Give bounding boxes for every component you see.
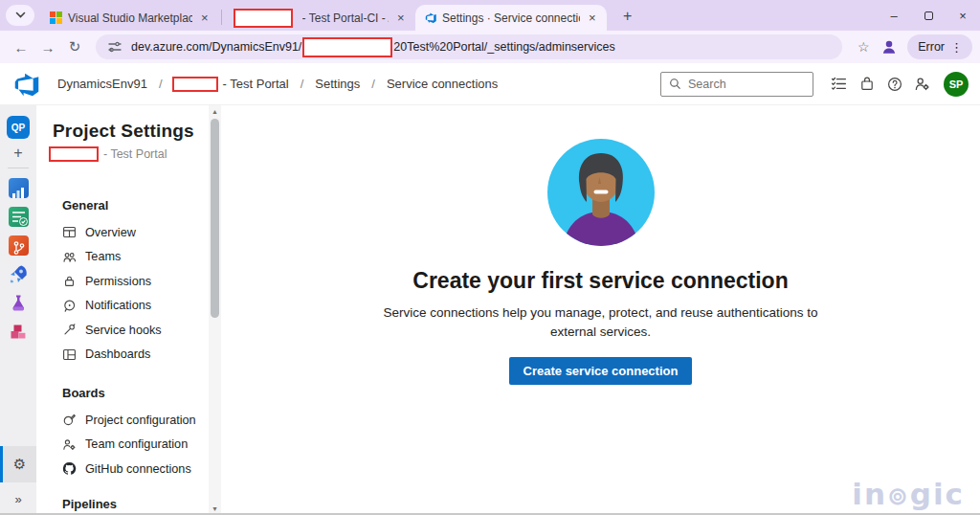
tab-title: Visual Studio Marketplace: [68, 11, 192, 25]
back-button[interactable]: ←: [8, 39, 34, 56]
sidebar-item-teams[interactable]: Teams: [36, 245, 209, 270]
rail-item-artifacts[interactable]: [0, 317, 36, 346]
sidebar-item-team-configuration[interactable]: Team configuration: [36, 433, 209, 458]
inogic-watermark: in⊚gic: [852, 477, 965, 511]
tab-title: Settings · Service connections ((: [442, 11, 580, 25]
url-suffix: 20Test%20Portal/_settings/adminservices: [393, 40, 614, 54]
section-pipelines: Pipelines: [62, 497, 209, 511]
create-service-connection-button[interactable]: Create service connection: [509, 357, 693, 385]
close-tab-icon[interactable]: ×: [198, 11, 212, 25]
browser-profile-icon[interactable]: [877, 38, 902, 56]
user-avatar[interactable]: SP: [944, 72, 969, 97]
search-input[interactable]: [688, 78, 793, 91]
redaction-box: [172, 77, 218, 92]
overview-icon: [62, 225, 77, 239]
github-icon: [62, 461, 77, 476]
azure-devops-icon: [425, 11, 437, 25]
help-icon[interactable]: [880, 77, 908, 92]
rail-item-repos[interactable]: [0, 231, 36, 259]
rail-item-overview[interactable]: [0, 173, 36, 202]
reload-button[interactable]: ↻: [61, 38, 88, 56]
tab-marketplace[interactable]: Visual Studio Marketplace ×: [40, 5, 219, 31]
sidebar-item-project-configuration[interactable]: Project configuration: [36, 408, 209, 433]
gear-icon: ⚙: [13, 456, 26, 473]
dashboards-icon: [62, 347, 77, 362]
scrollbar-thumb[interactable]: [211, 119, 219, 318]
double-chevron-icon: »: [14, 492, 21, 506]
breadcrumb-service-connections[interactable]: Service connections: [385, 77, 500, 91]
browser-toolbar: ← → ↻ dev.azure.com/DynamicsEnv91/ 20Tes…: [0, 31, 980, 63]
sidebar-item-service-hooks[interactable]: Service hooks: [36, 318, 209, 343]
minimize-button[interactable]: –: [877, 9, 911, 23]
sidebar-item-permissions[interactable]: Permissions: [36, 269, 209, 294]
tab-search-button[interactable]: [6, 5, 34, 26]
window-controls: – ×: [877, 0, 980, 31]
maximize-button[interactable]: [911, 11, 946, 20]
artifacts-boxes-icon: [10, 323, 27, 340]
rail-item-boards[interactable]: [0, 202, 36, 231]
sidebar-item-dashboards[interactable]: Dashboards: [36, 343, 209, 368]
tab-service-connections[interactable]: Settings · Service connections (( ×: [415, 5, 607, 31]
new-tab-button[interactable]: +: [616, 8, 639, 25]
redaction-box: [234, 9, 293, 28]
breadcrumb-separator: /: [291, 77, 314, 91]
close-tab-icon[interactable]: ×: [586, 11, 599, 25]
breadcrumb-project[interactable]: - Test Portal: [221, 77, 291, 91]
empty-state-heading: Create your first service connection: [412, 268, 788, 294]
rail-divider: [8, 168, 29, 168]
forward-button[interactable]: →: [34, 39, 61, 56]
redaction-box: [49, 146, 99, 162]
team-configuration-icon: [62, 437, 77, 452]
pipelines-rocket-icon: [9, 264, 29, 284]
redaction-box: [302, 37, 392, 57]
sidebar-item-notifications[interactable]: Notifications: [36, 294, 209, 319]
notifications-icon: [62, 299, 77, 313]
rail-expand-button[interactable]: »: [0, 482, 36, 515]
azure-devops-logo[interactable]: [13, 71, 40, 98]
task-list-icon[interactable]: [825, 76, 853, 92]
rail-item-test-plans[interactable]: [0, 288, 36, 317]
breadcrumb-settings[interactable]: Settings: [313, 77, 362, 91]
address-bar[interactable]: dev.azure.com/DynamicsEnv91/ 20Test%20Po…: [96, 34, 842, 59]
sidebar-subtitle: - Test Portal: [49, 146, 209, 162]
breadcrumb-separator: /: [362, 77, 385, 91]
overview-chart-icon: [9, 178, 29, 198]
person-illustration: [547, 139, 655, 246]
search-icon: [669, 78, 681, 90]
browser-window: Visual Studio Marketplace × - Test Porta…: [0, 0, 980, 515]
tab-pipeline[interactable]: - Test Portal-CI - Azur ×: [224, 5, 415, 31]
profile-error-pill[interactable]: Error ⋮: [907, 34, 972, 59]
project-avatar[interactable]: QP: [0, 113, 36, 142]
app-body: QP +: [0, 105, 980, 515]
bookmark-star-icon[interactable]: ☆: [850, 39, 877, 55]
settings-sidebar: Project Settings - Test Portal General O…: [36, 105, 209, 515]
add-project-button[interactable]: +: [0, 142, 36, 165]
search-box[interactable]: [660, 72, 813, 97]
tab-separator: [221, 10, 222, 25]
main-content: Create your first service connection Ser…: [221, 105, 980, 515]
scroll-up-icon[interactable]: ▲: [212, 105, 218, 118]
repos-branch-icon: [9, 235, 29, 256]
user-settings-icon[interactable]: [908, 76, 936, 92]
sidebar-item-github-connections[interactable]: GitHub connections: [36, 457, 209, 481]
project-configuration-icon: [62, 413, 77, 427]
section-boards: Boards: [62, 386, 209, 400]
lock-icon: [62, 274, 77, 288]
site-settings-icon[interactable]: [107, 39, 122, 55]
rail-item-project-settings[interactable]: ⚙: [0, 446, 36, 482]
close-window-button[interactable]: ×: [946, 9, 980, 23]
sidebar-item-overview[interactable]: Overview: [36, 220, 209, 245]
chevron-down-icon: [15, 11, 26, 19]
kebab-menu-icon[interactable]: ⋮: [945, 40, 969, 55]
breadcrumb-org[interactable]: DynamicsEnv91: [56, 77, 149, 91]
tab-strip: Visual Studio Marketplace × - Test Porta…: [0, 0, 980, 31]
profile-error-label: Error: [918, 40, 945, 54]
rail-item-pipelines[interactable]: [0, 259, 36, 288]
marketplace-bag-icon[interactable]: [853, 77, 880, 92]
breadcrumb-separator: /: [149, 77, 172, 91]
close-tab-icon[interactable]: ×: [394, 11, 408, 25]
scroll-down-icon[interactable]: ▼: [212, 503, 218, 515]
product-rail: QP +: [0, 105, 36, 515]
teams-icon: [62, 250, 77, 264]
sidebar-scrollbar[interactable]: ▲ ▼: [209, 105, 221, 515]
